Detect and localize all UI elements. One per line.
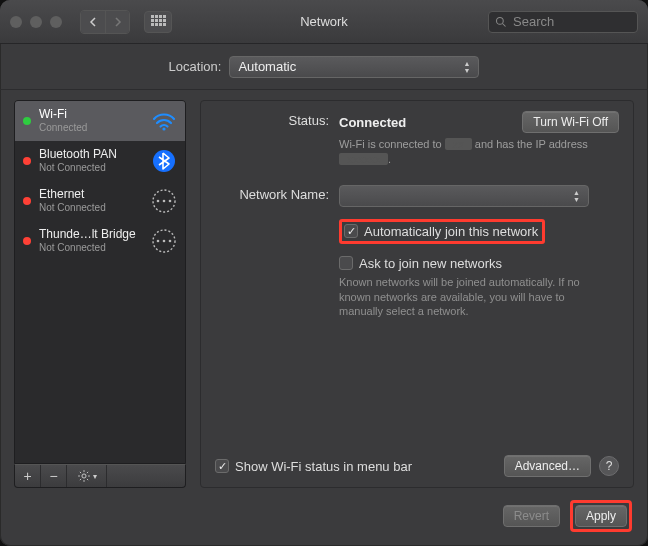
detail-footer: Show Wi-Fi status in menu bar Advanced… … bbox=[215, 455, 619, 477]
show-menubar-checkbox[interactable] bbox=[215, 459, 229, 473]
search-field[interactable]: Search bbox=[488, 11, 638, 33]
svg-point-10 bbox=[163, 239, 166, 242]
forward-button[interactable] bbox=[105, 11, 129, 33]
ask-join-label: Ask to join new networks bbox=[359, 256, 502, 271]
revert-button[interactable]: Revert bbox=[503, 505, 560, 527]
gear-icon bbox=[77, 469, 91, 483]
zoom-window-button[interactable] bbox=[50, 16, 62, 28]
search-icon bbox=[495, 16, 507, 28]
back-button[interactable] bbox=[81, 11, 105, 33]
sidebar-item-bluetooth-pan[interactable]: Bluetooth PAN Not Connected bbox=[15, 141, 185, 181]
network-name-label: Network Name: bbox=[215, 185, 339, 202]
svg-point-12 bbox=[81, 474, 85, 478]
svg-point-2 bbox=[162, 127, 165, 130]
minimize-window-button[interactable] bbox=[30, 16, 42, 28]
location-value: Automatic bbox=[238, 59, 296, 74]
sidebar-item-status: Not Connected bbox=[39, 202, 143, 213]
sidebar-item-wifi[interactable]: Wi-Fi Connected bbox=[15, 101, 185, 141]
location-label: Location: bbox=[169, 59, 222, 74]
search-placeholder: Search bbox=[513, 14, 554, 29]
sidebar-item-text: Wi-Fi Connected bbox=[39, 108, 143, 132]
close-window-button[interactable] bbox=[10, 16, 22, 28]
status-value: Connected bbox=[339, 115, 406, 130]
service-sidebar: Wi-Fi Connected Bluetooth PAN Not Connec… bbox=[14, 100, 186, 488]
add-service-button[interactable]: + bbox=[15, 465, 41, 487]
apply-highlight: Apply bbox=[570, 500, 632, 532]
stepper-icon: ▲▼ bbox=[463, 60, 470, 74]
ask-join-checkbox[interactable] bbox=[339, 256, 353, 270]
apply-button[interactable]: Apply bbox=[575, 505, 627, 527]
service-actions-button[interactable]: ▾ bbox=[67, 465, 107, 487]
status-dot-icon bbox=[23, 117, 31, 125]
network-name-row: Network Name: ▲▼ Automatically join this… bbox=[215, 185, 619, 320]
titlebar: Network Search bbox=[0, 0, 648, 44]
sidebar-item-name: Wi-Fi bbox=[39, 108, 143, 121]
redacted-ssid: xx bbox=[445, 138, 472, 150]
advanced-button[interactable]: Advanced… bbox=[504, 455, 591, 477]
status-subtext: Wi-Fi is connected to xx and has the IP … bbox=[339, 137, 609, 167]
status-dot-icon bbox=[23, 197, 31, 205]
show-all-button[interactable] bbox=[144, 11, 172, 33]
network-name-select[interactable]: ▲▼ bbox=[339, 185, 589, 207]
ethernet-icon bbox=[151, 188, 177, 214]
nav-segment bbox=[80, 10, 130, 34]
sidebar-item-status: Connected bbox=[39, 122, 143, 133]
service-list[interactable]: Wi-Fi Connected Bluetooth PAN Not Connec… bbox=[14, 100, 186, 464]
remove-service-button[interactable]: − bbox=[41, 465, 67, 487]
svg-point-9 bbox=[157, 239, 160, 242]
sidebar-item-text: Ethernet Not Connected bbox=[39, 188, 143, 212]
auto-join-label: Automatically join this network bbox=[364, 224, 538, 239]
chevron-down-icon: ▾ bbox=[93, 472, 97, 481]
svg-point-0 bbox=[497, 17, 504, 24]
sidebar-item-name: Thunde…lt Bridge bbox=[39, 228, 143, 241]
sidebar-item-text: Thunde…lt Bridge Not Connected bbox=[39, 228, 143, 252]
sidebar-item-thunderbolt-bridge[interactable]: Thunde…lt Bridge Not Connected bbox=[15, 221, 185, 261]
bottom-buttons: Revert Apply bbox=[503, 500, 632, 532]
sidebar-item-status: Not Connected bbox=[39, 242, 143, 253]
ask-join-help: Known networks will be joined automatica… bbox=[339, 275, 599, 320]
svg-point-11 bbox=[169, 239, 172, 242]
location-select[interactable]: Automatic ▲▼ bbox=[229, 56, 479, 78]
status-row: Status: Connected Turn Wi-Fi Off Wi-Fi i… bbox=[215, 111, 619, 167]
sidebar-item-name: Bluetooth PAN bbox=[39, 148, 143, 161]
status-dot-icon bbox=[23, 237, 31, 245]
detail-panel: Status: Connected Turn Wi-Fi Off Wi-Fi i… bbox=[200, 100, 634, 488]
window-controls bbox=[10, 16, 62, 28]
sidebar-item-ethernet[interactable]: Ethernet Not Connected bbox=[15, 181, 185, 221]
svg-line-18 bbox=[86, 479, 87, 480]
svg-line-19 bbox=[79, 479, 80, 480]
location-row: Location: Automatic ▲▼ bbox=[0, 44, 648, 90]
svg-point-6 bbox=[163, 199, 166, 202]
svg-point-7 bbox=[169, 199, 172, 202]
main-area: Wi-Fi Connected Bluetooth PAN Not Connec… bbox=[0, 90, 648, 488]
auto-join-checkbox[interactable] bbox=[344, 224, 358, 238]
status-dot-icon bbox=[23, 157, 31, 165]
svg-line-20 bbox=[86, 472, 87, 473]
svg-point-5 bbox=[157, 199, 160, 202]
help-button[interactable]: ? bbox=[599, 456, 619, 476]
turn-wifi-off-button[interactable]: Turn Wi-Fi Off bbox=[522, 111, 619, 133]
svg-line-1 bbox=[503, 23, 506, 26]
network-prefpane-window: Network Search Location: Automatic ▲▼ Wi… bbox=[0, 0, 648, 546]
wifi-icon bbox=[151, 108, 177, 134]
sidebar-footer: + − ▾ bbox=[14, 464, 186, 488]
bluetooth-icon bbox=[151, 148, 177, 174]
svg-line-17 bbox=[79, 472, 80, 473]
thunderbolt-bridge-icon bbox=[151, 228, 177, 254]
redacted-ip: xxxxxx bbox=[339, 153, 388, 165]
sidebar-item-name: Ethernet bbox=[39, 188, 143, 201]
stepper-icon: ▲▼ bbox=[573, 189, 580, 203]
auto-join-highlight: Automatically join this network bbox=[339, 219, 545, 244]
sidebar-item-status: Not Connected bbox=[39, 162, 143, 173]
sidebar-item-text: Bluetooth PAN Not Connected bbox=[39, 148, 143, 172]
show-menubar-label: Show Wi-Fi status in menu bar bbox=[235, 459, 412, 474]
status-label: Status: bbox=[215, 111, 339, 128]
grid-icon bbox=[151, 15, 165, 29]
